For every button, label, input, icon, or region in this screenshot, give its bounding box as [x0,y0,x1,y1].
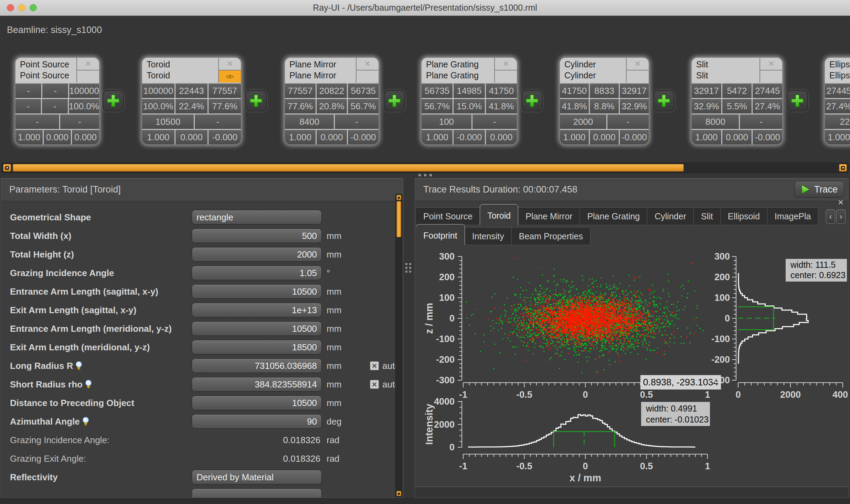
subtab-intensity[interactable]: Intensity [465,227,512,245]
card-cell[interactable]: - [15,99,41,113]
card-close-icon[interactable]: ✕ [495,58,517,70]
card-cell[interactable]: 14985 [454,84,485,98]
card-cell[interactable]: 0.000 [722,130,752,144]
card-cell[interactable]: 1.000 [692,130,721,144]
card-cell[interactable]: 0.000 [44,130,71,144]
card-eye-toggle[interactable] [219,70,241,83]
scrollbar-handle[interactable] [13,164,684,172]
tab-cylinder[interactable]: Cylinder [647,207,694,225]
card-eye-toggle[interactable] [627,70,649,83]
card-cell[interactable]: 100000 [142,84,174,98]
parameter-input[interactable]: 1e+13 [192,303,322,317]
card-cell[interactable]: 32917 [620,84,649,98]
card-cell[interactable]: 1.000 [825,130,850,144]
card-cell[interactable]: 56.7% [422,99,453,113]
card-cell[interactable]: 41.8% [486,99,517,113]
scrollbar-down-button[interactable] [396,491,401,496]
card-cell[interactable]: 32.9% [620,99,649,113]
close-results-icon[interactable]: ✕ [837,198,845,207]
card-cell[interactable]: 27445 [825,84,850,98]
trace-button[interactable]: Trace [795,181,844,198]
card-close-icon[interactable]: ✕ [77,58,99,70]
vertical-splitter-handle[interactable] [405,263,411,273]
card-eye-toggle[interactable] [357,70,379,83]
card-cell[interactable]: 41750 [486,84,517,98]
card-close-icon[interactable]: ✕ [219,58,241,70]
beamline-element-card[interactable]: EllipsEllips✕2744527.4%225-1.000 [825,58,850,144]
beamline-element-card[interactable]: Point SourcePoint Source✕--100000--100.0… [15,58,99,144]
card-cell[interactable]: 1.000 [142,130,174,144]
scrollbar-up-button[interactable] [396,195,401,200]
card-cell[interactable]: 2000 [560,114,606,129]
parameter-input[interactable]: 18500 [192,340,322,354]
tab-ellipsoid[interactable]: Ellipsoid [720,207,767,225]
add-element-button[interactable] [653,90,674,111]
parameters-vertical-scrollbar[interactable] [395,194,402,497]
parameter-input[interactable]: 10500 [192,284,322,299]
card-close-icon[interactable]: ✕ [627,58,649,70]
tab-plane-grating[interactable]: Plane Grating [580,207,647,225]
card-cell[interactable]: - [335,114,379,129]
parameter-input[interactable]: 731056.036968 [192,359,322,373]
add-element-button[interactable] [103,90,124,111]
card-cell[interactable]: - [15,84,41,98]
card-cell[interactable]: - [60,114,99,129]
card-cell[interactable]: 27.4% [753,99,782,113]
card-cell[interactable]: - [42,99,67,113]
card-cell[interactable]: 77557 [285,84,316,98]
card-cell[interactable]: 22.4% [176,99,208,113]
horizontal-splitter-handle[interactable] [418,174,432,176]
card-cell[interactable]: -0.000 [620,130,649,144]
card-cell[interactable]: 32.9% [692,99,721,113]
card-cell[interactable]: 100000 [69,84,99,98]
add-element-button[interactable] [521,90,543,111]
card-cell[interactable]: -0.000 [348,130,379,144]
card-cell[interactable]: 56735 [348,84,379,98]
scrollbar-handle[interactable] [396,201,401,237]
card-cell[interactable]: 0.000 [176,130,208,144]
card-cell[interactable]: 8400 [285,114,334,129]
card-cell[interactable]: 100.0% [142,99,174,113]
card-cell[interactable]: 22443 [176,84,208,98]
clipped-parameter-field[interactable] [192,489,322,498]
parameter-input[interactable]: 500 [192,229,322,243]
beamline-element-card[interactable]: SlitSlit✕3291754722744532.9%5.5%27.4%800… [692,58,782,144]
card-cell[interactable]: 56735 [422,84,453,98]
subtab-footprint[interactable]: Footprint [416,224,465,245]
card-cell[interactable]: 5472 [722,84,752,98]
subtab-beam-properties[interactable]: Beam Properties [511,227,591,245]
card-cell[interactable]: 20.8% [317,99,347,113]
card-cell[interactable]: 8833 [590,84,619,98]
card-cell[interactable]: 77.6% [285,99,316,113]
beamline-horizontal-scrollbar[interactable] [1,163,849,173]
card-cell[interactable]: 20822 [317,84,347,98]
footprint-plots[interactable]: -300-200-1000100200300z / mm-1-0.500.510… [415,246,848,486]
card-cell[interactable]: 8000 [692,114,739,129]
card-cell[interactable]: 8.8% [590,99,619,113]
card-cell[interactable]: 77557 [209,84,241,98]
card-cell[interactable]: 100 [422,114,471,129]
card-cell[interactable]: 0.000 [590,130,619,144]
beamline-element-card[interactable]: ToroidToroid✕1000002244377557100.0%22.4%… [142,58,241,144]
tab-toroid[interactable]: Toroid [480,204,518,225]
parameter-input[interactable]: 90 [192,414,322,429]
parameter-dropdown[interactable]: Derived by Material [192,470,322,484]
card-cell[interactable]: 41750 [560,84,589,98]
scrollbar-right-button[interactable] [839,164,847,172]
card-close-icon[interactable]: ✕ [357,58,379,70]
card-cell[interactable]: 27445 [753,84,782,98]
tab-point-source[interactable]: Point Source [416,207,480,225]
card-cell[interactable]: 0.000 [72,130,99,144]
beamline-element-card[interactable]: Plane MirrorPlane Mirror✕775572082256735… [285,58,379,144]
add-element-button[interactable] [787,90,808,111]
card-cell[interactable]: 1.000 [560,130,589,144]
parameter-input[interactable]: 10500 [192,321,322,336]
beamline-element-card[interactable]: CylinderCylinder✕4175088333291741.8%8.8%… [560,58,649,144]
card-cell[interactable]: 5.5% [722,99,752,113]
card-cell[interactable]: - [607,114,649,129]
card-cell[interactable]: 0.000 [317,130,347,144]
card-cell[interactable]: 0.000 [486,130,517,144]
card-eye-toggle[interactable] [77,70,99,83]
parameter-input[interactable]: 384.823558914 [192,377,322,392]
scrollbar-left-button[interactable] [3,164,11,172]
